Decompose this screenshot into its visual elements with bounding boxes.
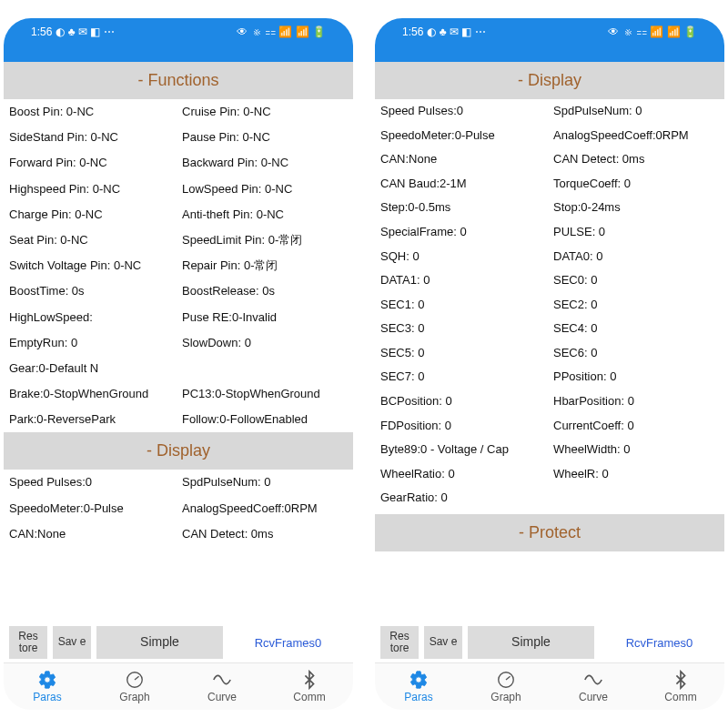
gauge-icon [496,670,516,690]
param-row[interactable]: SEC3: 0SEC4: 0 [375,317,724,341]
rcvframes-label: RcvFrames0 [600,626,719,659]
param-row[interactable]: SpecialFrame: 0PULSE: 0 [375,220,724,245]
content-left[interactable]: - Functions Boost Pin: 0-NCCruise Pin: 0… [4,62,353,622]
param-row[interactable]: EmptyRun: 0SlowDown: 0 [4,330,353,356]
param-label-right: Repair Pin: 0-常闭 [175,258,348,274]
simple-button[interactable]: Simple [96,626,223,659]
param-row[interactable]: SQH: 0DATA0: 0 [375,244,724,268]
param-row[interactable]: SEC1: 0SEC2: 0 [375,293,724,318]
param-label-right: Pause Pin: 0-NC [175,129,348,146]
section-display: - Display [4,432,353,470]
param-label-left: Gear:0-Default N [9,360,175,377]
param-label-right: TorqueCoeff: 0 [546,176,719,192]
tab-curve[interactable]: Curve [178,663,266,710]
param-row[interactable]: Brake:0-StopWhenGroundPC13:0-StopWhenGro… [4,381,353,407]
tab-comm[interactable]: Comm [637,663,724,710]
tab-bar: Paras Graph Curve Comm [375,662,724,710]
param-label-right: SpdPulseNum: 0 [546,103,719,119]
gear-icon [37,670,57,690]
param-label-left: SEC5: 0 [380,345,546,361]
param-label-right: PULSE: 0 [546,224,719,240]
param-label-right: SpdPulseNum: 0 [175,474,348,490]
param-label-left: Brake:0-StopWhenGround [9,386,175,402]
bottom-buttons: Res tore Sav e Simple RcvFrames0 [4,622,353,662]
tab-curve[interactable]: Curve [550,663,637,710]
display-list-full: Speed Pulses:0SpdPulseNum: 0SpeedoMeter:… [375,99,724,511]
param-label-right: Stop:0-24ms [546,199,719,216]
param-row[interactable]: Speed Pulses:0SpdPulseNum: 0 [4,470,353,495]
tab-paras[interactable]: Paras [4,663,91,710]
restore-button[interactable]: Res tore [9,626,47,659]
param-label-left: FDPosition: 0 [380,418,546,434]
tab-paras[interactable]: Paras [375,663,462,710]
param-label-left: Boost Pin: 0-NC [9,104,175,120]
param-row[interactable]: Speed Pulses:0SpdPulseNum: 0 [375,99,724,124]
param-label-right: PC13:0-StopWhenGround [175,386,348,402]
param-row[interactable]: BoostTime: 0sBoostRelease: 0s [4,278,353,304]
param-row[interactable]: Step:0-0.5msStop:0-24ms [375,196,724,220]
param-label-right: AnalogSpeedCoeff:0RPM [546,127,719,144]
param-label-right: SEC4: 0 [546,320,719,337]
param-row[interactable]: BCPosition: 0HbarPosition: 0 [375,389,724,414]
simple-button[interactable]: Simple [468,626,594,659]
param-label-left: BoostTime: 0s [9,283,175,299]
param-row[interactable]: HighLowSpeed:Puse RE:0-Invalid [4,305,353,330]
param-row[interactable]: Seat Pin: 0-NCSpeedLimit Pin: 0-常闭 [4,228,353,253]
param-label-right: SEC6: 0 [546,345,719,361]
status-right-icons: 👁 ⨳ ⩵ 📶 📶 🔋 [608,25,697,38]
tab-comm[interactable]: Comm [266,663,353,710]
param-label-left: BCPosition: 0 [380,393,546,410]
param-label-left: SideStand Pin: 0-NC [9,129,175,146]
param-row[interactable]: CAN:NoneCAN Detect: 0ms [375,147,724,172]
param-row[interactable]: Byte89:0 - Voltage / CapWheelWidth: 0 [375,438,724,462]
save-button[interactable]: Sav e [424,626,462,659]
param-label-right: BoostRelease: 0s [175,283,348,299]
param-row[interactable]: Boost Pin: 0-NCCruise Pin: 0-NC [4,99,353,125]
param-row[interactable]: Gear:0-Default N [4,356,353,381]
content-right[interactable]: - Display Speed Pulses:0SpdPulseNum: 0Sp… [375,62,724,622]
section-display: - Display [375,62,724,99]
param-label-left: EmptyRun: 0 [9,335,175,351]
param-label-right: Anti-theft Pin: 0-NC [175,207,348,223]
param-row[interactable]: SpeedoMeter:0-PulseAnalogSpeedCoeff:0RPM [4,496,353,521]
param-row[interactable]: Charge Pin: 0-NCAnti-theft Pin: 0-NC [4,202,353,228]
param-label-left: Charge Pin: 0-NC [9,207,175,223]
param-row[interactable]: SpeedoMeter:0-PulseAnalogSpeedCoeff:0RPM [375,124,724,148]
restore-button[interactable]: Res tore [380,626,419,659]
param-row[interactable]: SEC7: 0PPosition: 0 [375,365,724,389]
param-row[interactable]: WheelRatio: 0WheelR: 0 [375,461,724,486]
display-list: Speed Pulses:0SpdPulseNum: 0SpeedoMeter:… [4,470,353,547]
status-time: 1:56 [402,25,423,38]
param-label-left: Park:0-ReversePark [9,411,175,428]
bluetooth-icon [299,670,319,690]
param-row[interactable]: GearRatio: 0 [375,486,724,511]
param-row[interactable]: CAN:NoneCAN Detect: 0ms [4,521,353,547]
param-row[interactable]: FDPosition: 0CurrentCoeff: 0 [375,413,724,438]
svg-line-3 [506,676,511,680]
phone-left: 1:56 ◐ ♣ ✉ ◧ ⋯ 👁 ⨳ ⩵ 📶 📶 🔋 - Functions B… [4,18,353,710]
param-row[interactable]: DATA1: 0SEC0: 0 [375,268,724,293]
section-protect: - Protect [375,514,724,551]
param-row[interactable]: CAN Baud:2-1MTorqueCoeff: 0 [375,172,724,197]
gear-icon [409,670,429,690]
param-label-right: Cruise Pin: 0-NC [175,104,348,120]
param-label-right: HbarPosition: 0 [546,393,719,410]
tab-graph[interactable]: Graph [91,663,178,710]
param-row[interactable]: SideStand Pin: 0-NCPause Pin: 0-NC [4,125,353,150]
param-label-left: Speed Pulses:0 [380,103,546,119]
param-label-left: SEC7: 0 [380,369,546,385]
param-row[interactable]: Highspeed Pin: 0-NCLowSpeed Pin: 0-NC [4,177,353,202]
param-label-right: SlowDown: 0 [175,335,348,351]
tab-graph[interactable]: Graph [462,663,550,710]
param-label-right: DATA0: 0 [546,248,719,265]
bluetooth-icon [671,670,691,690]
param-row[interactable]: Forward Pin: 0-NCBackward Pin: 0-NC [4,150,353,176]
param-row[interactable]: Park:0-ReverseParkFollow:0-FollowEnabled [4,407,353,432]
param-label-left: CAN:None [9,526,175,542]
phone-right: 1:56 ◐ ♣ ✉ ◧ ⋯ 👁 ⨳ ⩵ 📶 📶 🔋 - Display Spe… [375,18,724,710]
param-row[interactable]: SEC5: 0SEC6: 0 [375,341,724,366]
save-button[interactable]: Sav e [53,626,91,659]
param-label-right: PPosition: 0 [546,369,719,385]
param-label-left: Speed Pulses:0 [9,474,175,490]
param-row[interactable]: Switch Voltage Pin: 0-NCRepair Pin: 0-常闭 [4,253,353,278]
